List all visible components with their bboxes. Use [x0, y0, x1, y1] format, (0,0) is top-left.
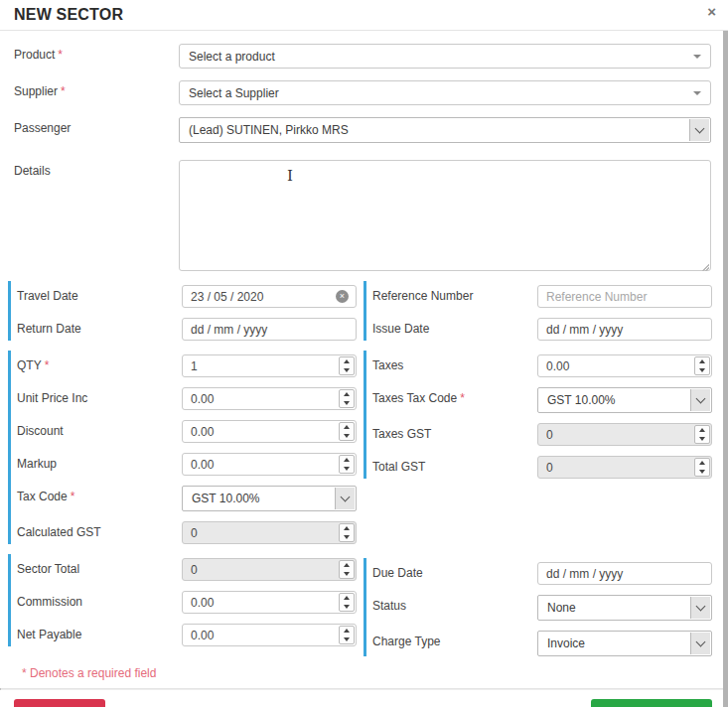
- caret-down-icon: [693, 55, 701, 59]
- supplier-select[interactable]: Select a Supplier: [179, 80, 711, 105]
- spinner[interactable]: [694, 356, 710, 375]
- spinner: [694, 458, 710, 477]
- taxes-input[interactable]: [537, 354, 712, 377]
- sector-total-label: Sector Total: [14, 558, 182, 581]
- product-select[interactable]: Select a product: [179, 44, 711, 69]
- required-field-note: * Denotes a required field: [22, 666, 728, 680]
- discount-label: Discount: [14, 420, 182, 443]
- return-date-input[interactable]: [182, 318, 357, 341]
- status-select[interactable]: None: [537, 595, 712, 621]
- supplier-row: Supplier* Select a Supplier: [14, 80, 711, 105]
- unit-price-input[interactable]: [182, 387, 357, 410]
- spinner[interactable]: [339, 626, 355, 644]
- calculated-gst-row: Calculated GST: [14, 521, 358, 544]
- commission-row: Commission: [14, 591, 358, 614]
- clear-date-icon[interactable]: ×: [336, 290, 349, 303]
- charge-type-select[interactable]: Invoice: [537, 631, 712, 656]
- supplier-select-value: Select a Supplier: [189, 86, 279, 100]
- details-label: Details: [14, 160, 179, 274]
- pricing-group-left: QTY* Unit Price Inc Discount: [8, 351, 358, 544]
- tax-code-row: Tax Code* GST 10.00%: [14, 486, 358, 511]
- commission-input[interactable]: [182, 591, 357, 614]
- spinner[interactable]: [339, 422, 355, 441]
- markup-label: Markup: [14, 453, 182, 476]
- modal-title: NEW SECTOR: [14, 6, 123, 24]
- spinner[interactable]: [339, 593, 355, 612]
- qty-row: QTY*: [14, 354, 358, 377]
- spinner[interactable]: [339, 389, 355, 408]
- due-date-input[interactable]: [537, 562, 712, 585]
- chevron-down-icon: [689, 119, 709, 141]
- net-payable-input[interactable]: [182, 624, 357, 646]
- markup-input[interactable]: [182, 453, 357, 476]
- modal-header: NEW SECTOR ×: [0, 0, 728, 31]
- due-date-label: Due Date: [369, 562, 537, 585]
- close-icon[interactable]: ×: [707, 4, 716, 19]
- supplier-label: Supplier*: [14, 80, 179, 105]
- product-label: Product*: [14, 44, 179, 69]
- unit-price-row: Unit Price Inc: [14, 387, 358, 410]
- total-gst-label: Total GST: [369, 456, 537, 479]
- qty-label: QTY*: [14, 354, 182, 377]
- tax-code-label: Tax Code*: [14, 486, 182, 511]
- required-asterisk: *: [71, 490, 75, 503]
- taxes-tax-code-row: Taxes Tax Code* GST 10.00%: [369, 387, 713, 413]
- travel-date-input[interactable]: [182, 285, 357, 308]
- footer-actions: ✖ CANCEL ✔ CREATE NEW: [0, 690, 728, 707]
- page-edge-strip: [723, 31, 728, 707]
- spinner: [339, 560, 355, 579]
- create-new-button[interactable]: ✔ CREATE NEW: [591, 699, 712, 707]
- spinner[interactable]: [339, 356, 355, 375]
- field-columns: Travel Date × Return Date QTY*: [8, 281, 728, 666]
- status-row: Status None: [369, 595, 713, 621]
- issue-date-input[interactable]: [537, 318, 712, 341]
- unit-price-label: Unit Price Inc: [14, 387, 182, 410]
- product-select-value: Select a product: [189, 50, 275, 64]
- travel-date-label: Travel Date: [14, 285, 182, 308]
- caret-down-icon: [693, 91, 701, 95]
- required-asterisk: *: [460, 391, 465, 405]
- chevron-down-icon: [690, 389, 710, 411]
- totals-group-left: Sector Total Commission Net Payable: [8, 554, 358, 646]
- status-select-value: None: [547, 601, 576, 615]
- taxes-tax-code-select[interactable]: GST 10.00%: [537, 387, 712, 413]
- tax-code-select[interactable]: GST 10.00%: [182, 486, 357, 511]
- reference-number-input[interactable]: [537, 285, 712, 308]
- chevron-down-icon: [335, 488, 355, 509]
- passenger-label: Passenger: [14, 117, 179, 143]
- status-label: Status: [369, 595, 537, 621]
- qty-input[interactable]: [182, 354, 357, 377]
- chevron-down-icon: [690, 633, 710, 654]
- details-textarea[interactable]: [179, 160, 711, 271]
- due-date-row: Due Date: [369, 562, 713, 585]
- left-column: Travel Date × Return Date QTY*: [8, 281, 358, 666]
- status-group-right: Due Date Status None Charge Type: [364, 558, 713, 656]
- total-gst-row: Total GST: [369, 456, 713, 479]
- required-asterisk: *: [58, 48, 63, 62]
- charge-type-row: Charge Type Invoice: [369, 631, 713, 656]
- commission-label: Commission: [14, 591, 182, 614]
- new-sector-form: Product* Select a product Supplier* Sele…: [0, 31, 728, 707]
- chevron-down-icon: [690, 597, 710, 619]
- spinner: [339, 523, 355, 542]
- charge-type-select-value: Invoice: [547, 636, 585, 650]
- details-row: Details: [14, 160, 711, 274]
- taxes-row: Taxes: [369, 354, 713, 377]
- sector-total-row: Sector Total: [14, 558, 358, 581]
- passenger-select[interactable]: (Lead) SUTINEN, Pirkko MRS: [179, 117, 711, 143]
- cancel-button[interactable]: ✖ CANCEL: [14, 699, 105, 707]
- discount-row: Discount: [14, 420, 358, 443]
- discount-input[interactable]: [182, 420, 357, 443]
- travel-date-row: Travel Date ×: [14, 285, 358, 308]
- tax-code-select-value: GST 10.00%: [192, 492, 259, 505]
- spinner: [694, 425, 710, 444]
- spinner[interactable]: [339, 455, 355, 474]
- resize-grip-icon[interactable]: [701, 263, 709, 271]
- taxes-gst-input: [537, 423, 712, 446]
- reference-group-right: Reference Number Issue Date: [364, 281, 713, 341]
- reference-number-row: Reference Number: [369, 285, 713, 308]
- charge-type-label: Charge Type: [369, 631, 537, 656]
- calculated-gst-label: Calculated GST: [14, 521, 182, 544]
- net-payable-label: Net Payable: [14, 624, 182, 646]
- net-payable-row: Net Payable: [14, 624, 358, 646]
